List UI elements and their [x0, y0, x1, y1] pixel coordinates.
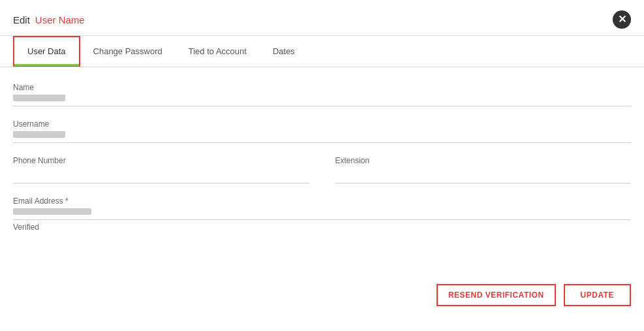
resend-verification-button[interactable]: RESEND VERIFICATION — [437, 284, 556, 306]
form-body: Name Username Phone Number +1 573 555 00… — [0, 67, 644, 258]
phone-label: Phone Number — [13, 156, 309, 165]
name-label: Name — [13, 83, 631, 92]
name-value-blurred — [13, 95, 65, 101]
tabs-container: User Data Change Password Tied to Accoun… — [0, 36, 644, 67]
email-value-blurred — [13, 208, 91, 215]
username-field-group: Username — [13, 119, 631, 143]
update-button[interactable]: UPDATE — [564, 284, 631, 306]
extension-input[interactable]: 1234 — [335, 168, 632, 183]
tab-change-password[interactable]: Change Password — [80, 36, 176, 67]
edit-label: Edit — [13, 14, 30, 25]
username-label: Username — [13, 119, 631, 129]
tab-tied-to-account[interactable]: Tied to Account — [176, 36, 260, 67]
modal-title: Edit User Name — [13, 14, 85, 25]
username-value-blurred — [13, 131, 65, 138]
extension-label: Extension — [335, 156, 632, 165]
phone-extension-row: Phone Number +1 573 555 0000 Extension 1… — [13, 156, 631, 197]
phone-input[interactable]: +1 573 555 0000 — [13, 168, 309, 183]
modal-header: Edit User Name ✕ — [0, 0, 644, 36]
form-actions: RESEND VERIFICATION UPDATE — [0, 271, 644, 319]
close-icon: ✕ — [618, 14, 626, 25]
user-name-label: User Name — [35, 14, 85, 25]
close-button[interactable]: ✕ — [613, 10, 631, 29]
name-divider — [13, 106, 631, 106]
username-divider — [13, 142, 631, 143]
email-field-group: Email Address * Verified — [13, 197, 631, 232]
phone-field-group: Phone Number +1 573 555 0000 — [13, 156, 309, 183]
edit-modal: Edit User Name ✕ User Data Change Passwo… — [0, 0, 644, 331]
email-divider — [13, 219, 631, 220]
tab-user-data[interactable]: User Data — [13, 36, 80, 67]
name-field-group: Name — [13, 83, 631, 106]
tab-dates[interactable]: Dates — [260, 36, 308, 67]
extension-field-group: Extension 1234 — [335, 156, 632, 183]
verified-label: Verified — [13, 223, 631, 232]
email-label: Email Address * — [13, 197, 631, 206]
